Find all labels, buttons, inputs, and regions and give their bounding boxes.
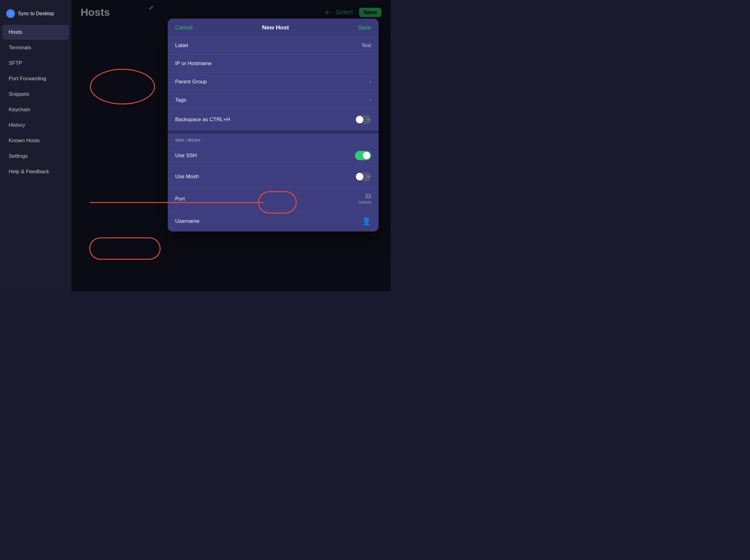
port-value[interactable]: 22 Default bbox=[358, 193, 371, 205]
sidebar-nav: HostsTerminalsSFTPPort ForwardingSnippet… bbox=[0, 25, 71, 179]
dialog-body: Label Test IP or Hostname Parent Group ›… bbox=[168, 37, 379, 231]
label-field-label: Label bbox=[175, 42, 188, 49]
sidebar-item-port-forwarding[interactable]: Port Forwarding bbox=[2, 71, 69, 86]
sidebar-item-settings[interactable]: Settings bbox=[2, 149, 69, 164]
ssh-section-divider bbox=[168, 131, 379, 134]
tags-row[interactable]: Tags › bbox=[168, 91, 379, 109]
main-content: Hosts + Select Name ⤢ Cancel New Host Sa… bbox=[71, 0, 391, 291]
hostname-row: IP or Hostname bbox=[168, 55, 379, 73]
sidebar-item-known-hosts[interactable]: Known Hosts bbox=[2, 133, 69, 148]
port-default-label: Default bbox=[358, 200, 371, 205]
use-mosh-toggle-dot bbox=[368, 176, 369, 178]
hostname-field-label: IP or Hostname bbox=[175, 60, 212, 67]
sidebar: ↑ Sync to Desktop HostsTerminalsSFTPPort… bbox=[0, 0, 71, 291]
sidebar-item-terminals[interactable]: Terminals bbox=[2, 40, 69, 55]
use-ssh-toggle-knob bbox=[363, 152, 370, 159]
sidebar-item-snippets[interactable]: Snippets bbox=[2, 87, 69, 102]
use-mosh-label: Use Mosh bbox=[175, 174, 199, 180]
tags-chevron-icon: › bbox=[369, 97, 371, 103]
use-ssh-row: Use SSH bbox=[168, 145, 379, 166]
parent-group-chevron-icon: › bbox=[369, 78, 371, 85]
sidebar-item-sftp[interactable]: SFTP bbox=[2, 56, 69, 71]
use-ssh-label: Use SSH bbox=[175, 153, 197, 159]
save-button[interactable]: Save bbox=[358, 24, 371, 31]
port-number: 22 bbox=[358, 193, 371, 200]
sidebar-item-history[interactable]: History bbox=[2, 118, 69, 133]
expand-icon[interactable]: ⤢ bbox=[149, 4, 154, 11]
label-field-value[interactable]: Test bbox=[361, 42, 371, 49]
ssh-section-label: SSH / MOSH bbox=[168, 134, 379, 145]
sidebar-item-hosts[interactable]: Hosts bbox=[2, 25, 69, 40]
dialog-header: Cancel New Host Save bbox=[168, 19, 379, 37]
sync-icon: ↑ bbox=[6, 9, 15, 18]
user-icon[interactable]: 👤 bbox=[362, 217, 371, 226]
use-mosh-toggle[interactable] bbox=[355, 172, 371, 181]
use-mosh-toggle-knob bbox=[356, 173, 363, 180]
sync-label: Sync to Desktop bbox=[18, 11, 54, 16]
backspace-toggle-dot bbox=[368, 119, 369, 121]
use-ssh-toggle[interactable] bbox=[355, 151, 371, 160]
sidebar-item-help[interactable]: Help & Feedback bbox=[2, 164, 69, 179]
tags-label: Tags bbox=[175, 97, 186, 103]
port-row: Port 22 Default bbox=[168, 187, 379, 211]
port-label: Port bbox=[175, 196, 185, 202]
dialog-title: New Host bbox=[262, 24, 289, 31]
backspace-toggle[interactable] bbox=[355, 115, 371, 124]
backspace-toggle-knob bbox=[356, 116, 363, 123]
sync-row[interactable]: ↑ Sync to Desktop bbox=[0, 6, 71, 24]
backspace-row: Backspace as CTRL+H bbox=[168, 109, 379, 130]
username-label: Username bbox=[175, 218, 199, 224]
use-mosh-row: Use Mosh bbox=[168, 166, 379, 187]
sidebar-item-keychain[interactable]: Keychain bbox=[2, 102, 69, 117]
backspace-label: Backspace as CTRL+H bbox=[175, 117, 230, 123]
parent-group-label: Parent Group bbox=[175, 79, 207, 85]
cancel-button[interactable]: Cancel bbox=[175, 24, 193, 31]
parent-group-row[interactable]: Parent Group › bbox=[168, 73, 379, 91]
new-host-dialog: Cancel New Host Save Label Test IP or Ho… bbox=[168, 19, 379, 232]
username-row: Username 👤 bbox=[168, 211, 379, 231]
label-row: Label Test bbox=[168, 37, 379, 55]
